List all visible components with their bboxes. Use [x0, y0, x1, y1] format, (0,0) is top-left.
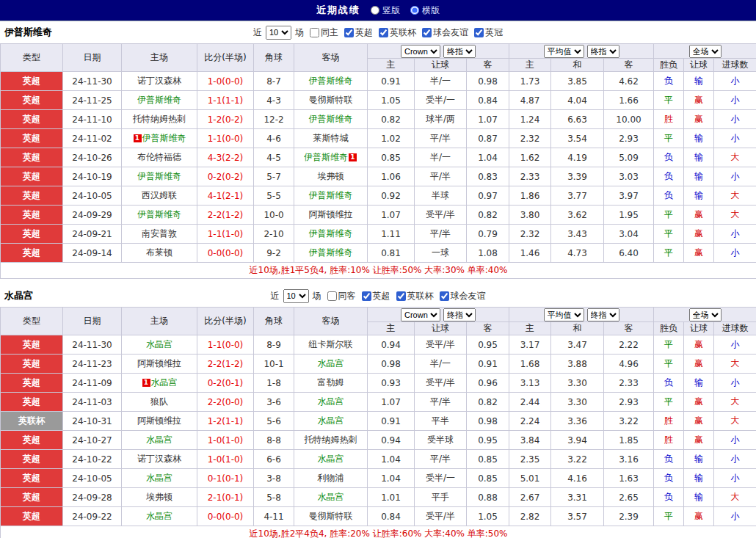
asia-home-odds: 0.94	[368, 431, 415, 450]
goals-result-cell: 小	[714, 244, 756, 263]
team-link[interactable]: 水晶宫	[318, 415, 344, 426]
asia-stage-select[interactable]: 终指	[443, 45, 476, 58]
filter-checkbox-input[interactable]	[327, 291, 337, 301]
filter-checkbox-3[interactable]: 球会友谊	[440, 290, 486, 302]
team-link[interactable]: 托特纳姆热刺	[305, 435, 357, 445]
average-select[interactable]: 平均值	[544, 45, 584, 58]
team-link[interactable]: 伊普斯维奇	[309, 247, 353, 258]
match-row: 英超24-11-23阿斯顿维拉2-2(1-2)10-1水晶宫0.98半/一0.9…	[1, 355, 756, 374]
team-link[interactable]: 伊普斯维奇	[309, 76, 353, 86]
vertical-layout-radio[interactable]	[371, 6, 379, 15]
filter-checkbox-2[interactable]: 英联杯	[396, 290, 434, 302]
bookmaker-select[interactable]: Crown	[401, 45, 440, 58]
team-link[interactable]: 水晶宫	[318, 492, 344, 502]
team-link[interactable]: 伊普斯维奇	[137, 95, 181, 105]
asia-home-odds: 0.94	[368, 335, 415, 355]
filter-checkbox-1[interactable]: 英超	[344, 26, 373, 39]
outcome-cell: 胜	[654, 431, 684, 450]
team-link[interactable]: 伊普斯维奇	[142, 133, 186, 143]
match-date: 24-10-05	[63, 469, 122, 488]
filter-checkbox-2[interactable]: 英联杯	[379, 26, 416, 39]
team-link[interactable]: 水晶宫	[146, 339, 172, 349]
team-link[interactable]: 富勒姆	[318, 377, 344, 388]
euro-home-odds: 2.35	[509, 450, 551, 469]
euro-stage-select[interactable]: 终指	[587, 308, 619, 321]
horizontal-layout-option[interactable]: 横版	[410, 4, 440, 17]
euro-home-odds: 1.24	[509, 110, 551, 129]
red-card-badge: 1	[134, 134, 142, 142]
asia-home-odds: 1.05	[368, 91, 415, 110]
asia-stage-select[interactable]: 终指	[443, 308, 476, 321]
horizontal-layout-radio[interactable]	[410, 6, 419, 15]
filter-checkbox-1[interactable]: 英超	[362, 290, 390, 302]
team-link[interactable]: 水晶宫	[146, 511, 172, 521]
team-link[interactable]: 伊普斯维奇	[137, 209, 181, 219]
team-link[interactable]: 水晶宫	[151, 377, 178, 388]
filter-checkbox-input[interactable]	[344, 28, 354, 37]
filter-checkbox-0[interactable]: 同主	[310, 26, 338, 39]
team-link[interactable]: 曼彻斯特联	[309, 95, 353, 105]
team-link[interactable]: 水晶宫	[146, 473, 172, 483]
team-link[interactable]: 阿斯顿维拉	[309, 209, 353, 219]
goals-result-cell: 大	[714, 206, 756, 225]
match-count-select[interactable]: 10	[283, 289, 309, 303]
outcome-cell: 负	[654, 488, 684, 507]
home-team-cell: 布莱顿	[122, 244, 197, 263]
filter-checkbox-input[interactable]	[362, 291, 371, 301]
team-link[interactable]: 诺丁汉森林	[137, 76, 181, 86]
match-row: 英超24-09-14布莱顿0-0(0-0)9-2伊普斯维奇0.81一球1.081…	[1, 244, 756, 263]
score-cell: 2-2(1-2)	[197, 206, 254, 225]
horizontal-layout-label: 横版	[422, 4, 440, 17]
match-count-select[interactable]: 10	[266, 26, 291, 40]
team-link[interactable]: 布伦特福德	[137, 152, 181, 162]
team-link[interactable]: 布莱顿	[146, 247, 172, 258]
team-link[interactable]: 伊普斯维奇	[309, 228, 353, 239]
euro-home-odds: 2.44	[509, 393, 551, 412]
team-link[interactable]: 伊普斯维奇	[309, 190, 353, 200]
league-type-cell: 英超	[1, 393, 63, 412]
bookmaker-select[interactable]: Crown	[401, 308, 440, 321]
team-link[interactable]: 西汉姆联	[142, 190, 177, 200]
filter-checkbox-input[interactable]	[422, 28, 432, 37]
team-link[interactable]: 莱斯特城	[313, 133, 349, 143]
team-link[interactable]: 水晶宫	[318, 358, 344, 368]
sub-col-header: 主	[509, 59, 551, 72]
team-link[interactable]: 埃弗顿	[318, 171, 344, 181]
asia-odds-header: Crown终指	[368, 44, 509, 59]
team-link[interactable]: 利物浦	[318, 473, 344, 483]
team-link[interactable]: 水晶宫	[146, 435, 172, 445]
filter-checkbox-input[interactable]	[310, 28, 319, 37]
filter-checkbox-input[interactable]	[379, 28, 388, 37]
team-link[interactable]: 曼彻斯特联	[309, 511, 353, 521]
team-link[interactable]: 南安普敦	[142, 228, 177, 239]
team-link[interactable]: 阿斯顿维拉	[137, 358, 181, 368]
team-link[interactable]: 托特纳姆热刺	[133, 114, 186, 124]
team-link[interactable]: 水晶宫	[318, 454, 344, 464]
team-link[interactable]: 伊普斯维奇	[309, 114, 353, 124]
team-link[interactable]: 伊普斯维奇	[137, 171, 181, 181]
filter-checkbox-input[interactable]	[396, 291, 406, 301]
asia-away-odds: 1.04	[467, 148, 509, 167]
vertical-layout-option[interactable]: 竖版	[371, 4, 400, 17]
filter-checkbox-input[interactable]	[440, 291, 449, 301]
team-link[interactable]: 水晶宫	[318, 396, 344, 407]
scope-select[interactable]: 全场	[689, 45, 722, 58]
team-link[interactable]: 纽卡斯尔联	[309, 339, 353, 349]
team-link[interactable]: 埃弗顿	[146, 492, 172, 502]
average-select[interactable]: 平均值	[544, 308, 584, 321]
filter-checkbox-0[interactable]: 同客	[327, 290, 356, 302]
euro-stage-select[interactable]: 终指	[587, 45, 619, 58]
outcome-cell: 负	[654, 374, 684, 393]
team-link[interactable]: 狼队	[150, 396, 168, 407]
filter-checkbox-input[interactable]	[474, 28, 484, 37]
scope-select[interactable]: 全场	[689, 308, 722, 321]
filter-checkbox-4[interactable]: 英冠	[474, 26, 503, 39]
filter-checkbox-3[interactable]: 球会友谊	[422, 26, 468, 39]
handicap-result-cell: 赢	[684, 225, 714, 244]
team-link[interactable]: 诺丁汉森林	[137, 454, 181, 464]
score-cell: 2-2(0-0)	[197, 393, 254, 412]
team-link[interactable]: 阿斯顿维拉	[137, 415, 181, 426]
team-link[interactable]: 伊普斯维奇	[304, 152, 348, 162]
asia-handicap: 受平/半	[415, 507, 467, 526]
euro-away-odds: 5.09	[604, 148, 654, 167]
